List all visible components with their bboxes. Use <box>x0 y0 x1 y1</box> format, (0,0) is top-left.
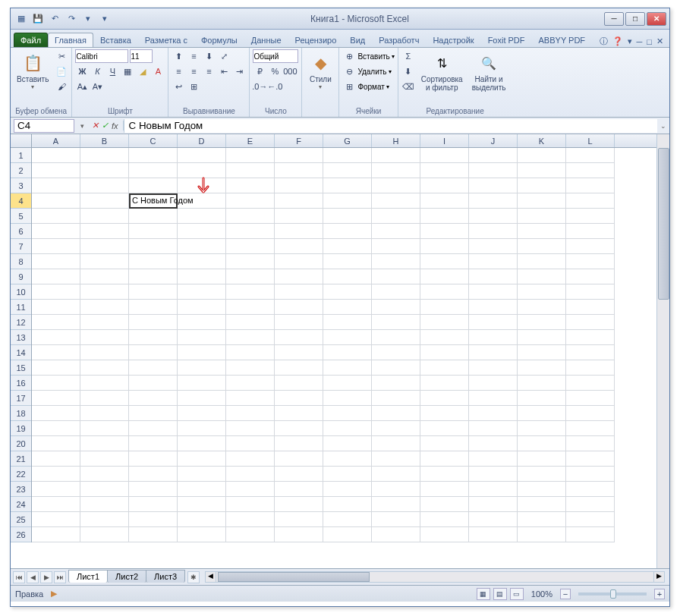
cell[interactable] <box>518 376 566 391</box>
row-header[interactable]: 7 <box>11 239 31 254</box>
cell[interactable] <box>420 436 469 451</box>
cell[interactable] <box>80 193 129 209</box>
cell[interactable] <box>518 269 566 284</box>
cell[interactable] <box>80 254 129 269</box>
workbook-restore-icon[interactable]: □ <box>647 37 652 46</box>
cell[interactable] <box>226 284 275 300</box>
tab-last-icon[interactable]: ⏭ <box>54 571 66 583</box>
zoom-slider[interactable] <box>578 592 647 596</box>
cell[interactable] <box>323 300 372 315</box>
cell[interactable] <box>80 345 129 360</box>
column-header[interactable]: B <box>80 134 129 147</box>
cell[interactable] <box>372 284 420 300</box>
cell[interactable] <box>32 482 80 497</box>
cell[interactable] <box>469 269 518 284</box>
cell[interactable] <box>32 300 80 315</box>
cell[interactable] <box>80 406 129 421</box>
cell[interactable] <box>275 436 323 451</box>
align-top-icon[interactable]: ⬆ <box>172 49 185 63</box>
cell[interactable] <box>323 254 372 269</box>
cell[interactable] <box>372 254 420 269</box>
cell[interactable] <box>420 148 469 163</box>
cell[interactable] <box>372 209 420 224</box>
row-header[interactable]: 16 <box>11 376 31 391</box>
cell[interactable] <box>323 467 372 482</box>
tab-prev-icon[interactable]: ◀ <box>27 571 39 583</box>
styles-button[interactable]: ◆ Стили ▾ <box>305 49 335 92</box>
cell[interactable] <box>518 467 566 482</box>
cell[interactable] <box>566 527 615 542</box>
cell[interactable] <box>518 330 566 345</box>
cell[interactable] <box>32 391 80 406</box>
cell[interactable] <box>226 209 275 224</box>
cell[interactable] <box>178 436 226 451</box>
row-header[interactable]: 2 <box>11 163 31 178</box>
cell[interactable] <box>518 482 566 497</box>
cell[interactable] <box>275 497 323 512</box>
cell[interactable] <box>80 360 129 376</box>
cell[interactable]: С Новым Годом <box>129 193 178 209</box>
cell[interactable] <box>178 284 226 300</box>
cell[interactable] <box>275 512 323 527</box>
cell[interactable] <box>323 421 372 436</box>
cell[interactable] <box>518 163 566 178</box>
dec-decimal-icon[interactable]: ←.0 <box>268 80 282 93</box>
paste-button[interactable]: 📋 Вставить ▾ <box>14 49 52 92</box>
name-box-dropdown-icon[interactable]: ▾ <box>77 122 87 130</box>
tab-formulas[interactable]: Формулы <box>194 33 244 47</box>
cell[interactable] <box>178 148 226 163</box>
cell[interactable] <box>129 163 178 178</box>
column-header[interactable]: L <box>566 134 615 147</box>
name-box[interactable] <box>14 119 74 133</box>
row-header[interactable]: 25 <box>11 512 31 527</box>
cell[interactable] <box>566 436 615 451</box>
align-center-icon[interactable]: ≡ <box>187 64 200 78</box>
cell[interactable] <box>226 482 275 497</box>
cell[interactable] <box>32 239 80 254</box>
cell[interactable] <box>32 451 80 467</box>
cell[interactable] <box>275 482 323 497</box>
cell[interactable] <box>32 497 80 512</box>
cell[interactable] <box>566 300 615 315</box>
cell[interactable] <box>226 178 275 193</box>
cell[interactable] <box>32 224 80 239</box>
cell[interactable] <box>469 148 518 163</box>
cell[interactable] <box>178 482 226 497</box>
cell[interactable] <box>178 467 226 482</box>
cell[interactable] <box>323 497 372 512</box>
tab-view[interactable]: Вид <box>343 33 372 47</box>
workbook-min-icon[interactable]: ─ <box>637 37 643 46</box>
indent-inc-icon[interactable]: ⇥ <box>232 64 246 78</box>
row-header[interactable]: 19 <box>11 421 31 436</box>
cell[interactable] <box>518 284 566 300</box>
cell[interactable] <box>80 315 129 330</box>
cell[interactable] <box>518 315 566 330</box>
cells-grid[interactable]: С Новым Годом <box>32 148 656 568</box>
column-header[interactable]: E <box>226 134 275 147</box>
cell[interactable] <box>178 376 226 391</box>
cell[interactable] <box>518 436 566 451</box>
cell[interactable] <box>469 421 518 436</box>
wrap-text-icon[interactable]: ↩ <box>172 80 185 93</box>
cell[interactable] <box>469 482 518 497</box>
cell[interactable] <box>80 467 129 482</box>
cell[interactable] <box>226 436 275 451</box>
cell[interactable] <box>323 391 372 406</box>
cell[interactable] <box>469 360 518 376</box>
tab-data[interactable]: Данные <box>244 33 288 47</box>
cell[interactable] <box>323 284 372 300</box>
find-select-button[interactable]: 🔍 Найти и выделить <box>469 49 509 93</box>
row-header[interactable]: 6 <box>11 224 31 239</box>
cell[interactable] <box>80 224 129 239</box>
cell[interactable] <box>275 421 323 436</box>
zoom-thumb[interactable] <box>610 589 616 599</box>
maximize-button[interactable]: □ <box>625 12 645 26</box>
cell[interactable] <box>226 391 275 406</box>
row-header[interactable]: 17 <box>11 391 31 406</box>
cell[interactable] <box>226 421 275 436</box>
cell[interactable] <box>518 391 566 406</box>
cell[interactable] <box>32 436 80 451</box>
column-header[interactable]: H <box>372 134 420 147</box>
format-painter-icon[interactable]: 🖌 <box>55 80 68 93</box>
cell[interactable] <box>518 497 566 512</box>
